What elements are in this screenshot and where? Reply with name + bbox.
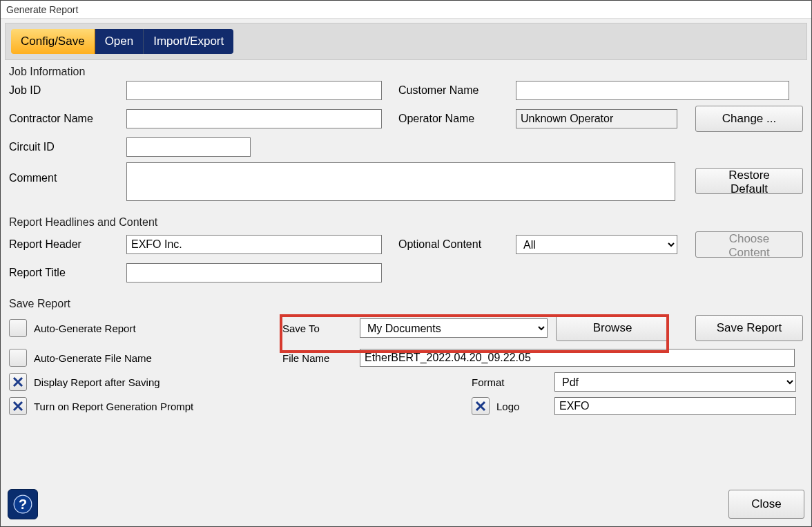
label-optional-content: Optional Content xyxy=(398,238,516,251)
input-logo[interactable] xyxy=(554,397,796,415)
x-mark-icon xyxy=(12,400,24,412)
label-operator-name: Operator Name xyxy=(398,113,516,125)
label-report-header: Report Header xyxy=(9,238,126,251)
window-titlebar: Generate Report xyxy=(1,1,811,19)
label-circuit-id: Circuit ID xyxy=(9,141,126,153)
input-customer-name[interactable] xyxy=(516,81,789,100)
label-auto-generate-filename: Auto-Generate File Name xyxy=(34,352,152,364)
checkbox-auto-generate-report[interactable] xyxy=(9,319,27,337)
checkbox-turn-on-prompt[interactable] xyxy=(9,397,27,415)
help-icon[interactable]: ? xyxy=(8,489,38,519)
section-job-information: Job Information Job ID Customer Name Con… xyxy=(5,66,807,211)
section-save-report: Save Report Auto-Generate Report Save To… xyxy=(5,298,807,425)
change-operator-button[interactable]: Change ... xyxy=(695,106,803,132)
label-file-name: File Name xyxy=(282,352,360,364)
checkbox-display-after-saving[interactable] xyxy=(9,373,27,391)
label-job-id: Job ID xyxy=(9,84,126,97)
window-title: Generate Report xyxy=(6,4,78,15)
select-optional-content[interactable]: All xyxy=(516,235,677,254)
question-mark-icon: ? xyxy=(13,495,32,514)
input-circuit-id[interactable] xyxy=(126,137,251,157)
input-job-id[interactable] xyxy=(126,81,382,100)
tab-config-save[interactable]: Config/Save xyxy=(11,29,95,54)
checkbox-logo[interactable] xyxy=(472,397,490,415)
x-mark-icon xyxy=(474,400,487,412)
label-format: Format xyxy=(472,376,554,388)
choose-content-button[interactable]: Choose Content xyxy=(695,231,803,258)
tab-open[interactable]: Open xyxy=(95,29,144,54)
select-save-to[interactable]: My Documents xyxy=(360,318,548,338)
content-area: Config/Save Open Import/Export Job Infor… xyxy=(1,19,811,429)
section-title-headlines: Report Headlines and Content xyxy=(9,216,803,229)
tabstrip: Config/Save Open Import/Export xyxy=(5,23,807,60)
field-operator-name: Unknown Operator xyxy=(516,109,677,128)
x-mark-icon xyxy=(12,376,24,388)
label-contractor-name: Contractor Name xyxy=(9,113,126,125)
footer: ? Close xyxy=(8,489,804,519)
label-turn-on-prompt: Turn on Report Generation Prompt xyxy=(34,401,193,412)
tab-import-export[interactable]: Import/Export xyxy=(144,29,233,54)
input-contractor-name[interactable] xyxy=(126,109,382,128)
input-file-name[interactable] xyxy=(360,349,795,367)
select-format[interactable]: Pdf xyxy=(554,372,796,392)
section-title-job-info: Job Information xyxy=(9,66,803,78)
input-comment[interactable] xyxy=(126,162,675,201)
label-comment: Comment xyxy=(9,162,126,184)
browse-button[interactable]: Browse xyxy=(556,315,669,341)
section-headlines: Report Headlines and Content Report Head… xyxy=(5,216,807,292)
label-customer-name: Customer Name xyxy=(398,84,516,97)
generate-report-window: Generate Report Config/Save Open Import/… xyxy=(0,0,812,527)
close-button[interactable]: Close xyxy=(728,490,804,519)
label-save-to: Save To xyxy=(282,323,360,334)
section-title-save-report: Save Report xyxy=(9,298,803,310)
input-report-header[interactable] xyxy=(126,235,382,254)
checkbox-auto-generate-filename[interactable] xyxy=(9,349,27,367)
restore-default-button[interactable]: Restore Default xyxy=(695,168,803,194)
input-report-title[interactable] xyxy=(126,263,382,282)
label-report-title: Report Title xyxy=(9,267,126,279)
svg-text:?: ? xyxy=(19,497,27,512)
save-report-button[interactable]: Save Report xyxy=(695,315,803,341)
label-display-after-saving: Display Report after Saving xyxy=(34,376,160,388)
label-auto-generate-report: Auto-Generate Report xyxy=(34,323,136,334)
label-logo: Logo xyxy=(496,401,554,412)
